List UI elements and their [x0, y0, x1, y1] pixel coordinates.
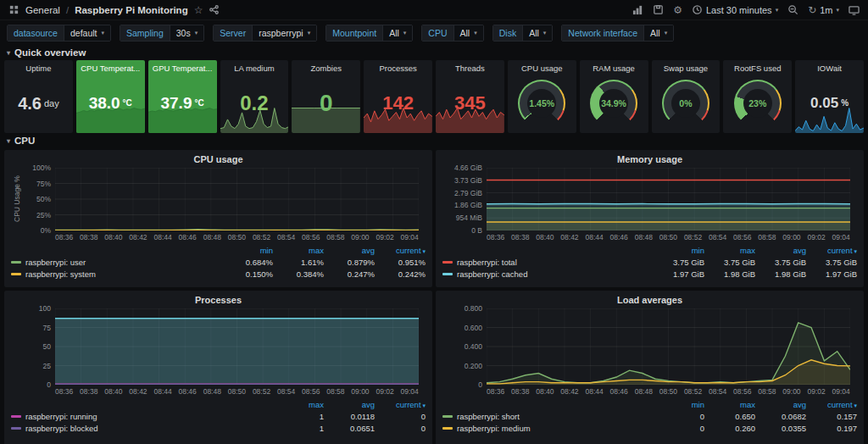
legend-column-max[interactable]: max — [704, 400, 755, 409]
breadcrumb-separator: / — [66, 5, 69, 15]
breadcrumb-section[interactable]: General — [25, 5, 60, 15]
settings-gear-icon[interactable]: ⚙ — [673, 5, 682, 15]
stat-panel-threads: Threads345 — [436, 60, 504, 133]
row-title: CPU — [14, 136, 35, 146]
variable-value-dropdown[interactable]: All▾ — [523, 25, 552, 41]
variable-label: Disk — [493, 25, 523, 41]
variable-label: Sampling — [120, 25, 170, 41]
row-header-cpu[interactable]: ▾ CPU — [0, 133, 868, 147]
dashboard-title[interactable]: Raspberry Pi Monitoring — [75, 5, 188, 15]
panel-title[interactable]: Load averages — [442, 291, 857, 308]
legend-column-max[interactable]: max — [273, 246, 324, 255]
legend-column-current[interactable]: current ▾ — [806, 246, 857, 255]
legend-value: 0.684% — [222, 258, 273, 267]
add-panel-icon[interactable] — [632, 4, 643, 15]
x-tick-label: 08:48 — [203, 233, 221, 241]
row-header-quick-overview[interactable]: ▾ Quick overview — [0, 45, 868, 59]
variable-value-dropdown[interactable]: default▾ — [64, 25, 110, 41]
legend-column-avg[interactable]: avg — [755, 246, 806, 255]
legend-series-name[interactable]: raspberrypi: system — [25, 269, 96, 279]
panel-title[interactable]: CPU usage — [11, 150, 426, 168]
legend-column-current[interactable]: current ▾ — [375, 400, 426, 409]
series-color-icon — [442, 261, 453, 264]
panel-title[interactable]: IOWait — [795, 60, 864, 73]
panel-title[interactable]: LA medium — [220, 60, 289, 73]
share-icon[interactable] — [209, 4, 220, 15]
stat-value: 0% — [679, 98, 692, 108]
refresh-picker[interactable]: ↻ 1m ▾ — [808, 5, 839, 15]
variable-value-dropdown[interactable]: All▾ — [454, 25, 483, 41]
panel-title[interactable]: Memory usage — [442, 150, 857, 168]
variable-value-dropdown[interactable]: All▾ — [644, 25, 673, 41]
variable-value-dropdown[interactable]: raspberrypi▾ — [253, 25, 316, 41]
legend-column-max[interactable]: max — [704, 246, 755, 255]
variable-datasource: datasourcedefault▾ — [7, 25, 111, 42]
chevron-down-icon: ▾ — [836, 7, 839, 14]
clock-icon — [692, 4, 703, 15]
y-tick-label: 50 — [14, 343, 51, 351]
chevron-down-icon: ▾ — [195, 30, 198, 36]
variable-label: Network interface — [562, 25, 644, 41]
legend-value: 1.98 GiB — [704, 269, 755, 279]
panel-memory-usage: Memory usage4.66 GiB3.73 GiB2.79 GiB1.86… — [436, 150, 864, 287]
x-tick-label: 08:44 — [153, 387, 171, 396]
tv-mode-icon[interactable] — [849, 4, 860, 15]
legend-series-name[interactable]: raspberrypi: short — [457, 412, 520, 421]
panel-title[interactable]: Threads — [436, 60, 504, 73]
legend-value: 3.75 GiB — [654, 258, 704, 267]
legend-series-name[interactable]: raspberrypi: running — [25, 412, 97, 421]
time-range-picker[interactable]: Last 30 minutes ▾ — [692, 4, 778, 15]
panel-title[interactable]: GPU Temperat... — [148, 60, 217, 73]
legend-column-avg[interactable]: avg — [324, 246, 375, 255]
x-tick-label: 08:44 — [153, 233, 171, 241]
x-tick-label: 08:50 — [228, 387, 246, 396]
legend-value: 0 — [375, 424, 426, 433]
x-tick-label: 08:42 — [129, 233, 147, 241]
legend-series-name[interactable]: raspberrypi: medium — [457, 424, 531, 433]
stat-panel-cpu-temperat: CPU Temperat...38.0°C — [76, 60, 145, 133]
stat-panel-zombies: Zombies0 — [292, 60, 360, 133]
plot-area[interactable] — [55, 168, 419, 230]
star-icon[interactable]: ☆ — [194, 5, 203, 15]
panel-title[interactable]: Processes — [364, 60, 432, 73]
legend-column-min[interactable]: min — [654, 246, 704, 255]
panel-title[interactable]: Processes — [11, 291, 426, 308]
y-tick-label: 0% — [14, 227, 51, 235]
legend-column-min[interactable]: min — [654, 400, 704, 409]
variable-value-dropdown[interactable]: All▾ — [383, 25, 412, 41]
panel-title[interactable]: RootFS used — [723, 60, 792, 73]
legend-series-name[interactable]: raspberrypi: total — [457, 258, 517, 267]
legend-series-name[interactable]: raspberrypi: cached — [457, 269, 527, 279]
plot-area[interactable] — [487, 168, 850, 230]
panel-title[interactable]: Zombies — [292, 60, 360, 73]
gauge-arc: 0% — [664, 81, 708, 125]
legend-column-avg[interactable]: avg — [324, 400, 375, 409]
legend-series-name[interactable]: raspberrypi: user — [25, 258, 86, 267]
plot-area[interactable] — [487, 308, 850, 385]
legend-column-current[interactable]: current ▾ — [806, 400, 857, 409]
variable-value-dropdown[interactable]: 30s▾ — [170, 25, 203, 41]
x-tick-label: 08:54 — [277, 387, 295, 396]
variable-label: datasource — [8, 25, 64, 41]
variable-mountpoint: MountpointAll▾ — [326, 25, 413, 42]
chevron-down-icon: ▾ — [7, 137, 10, 145]
x-tick-label: 08:40 — [104, 233, 122, 241]
panel-title[interactable]: Uptime — [4, 60, 73, 73]
zoom-out-icon[interactable] — [787, 4, 798, 15]
legend-column-max[interactable]: max — [273, 400, 324, 409]
x-tick-label: 09:02 — [376, 233, 393, 241]
plot-area[interactable] — [55, 308, 419, 385]
save-dashboard-icon[interactable] — [653, 4, 664, 15]
panel-title[interactable]: Swap usage — [652, 60, 721, 73]
apps-grid-icon[interactable] — [8, 4, 19, 15]
legend-column-current[interactable]: current ▾ — [375, 246, 426, 255]
panel-title[interactable]: CPU Temperat... — [76, 60, 145, 73]
panel-title[interactable]: RAM usage — [580, 60, 648, 73]
legend-value: 1.97 GiB — [806, 269, 857, 279]
x-tick-label: 08:46 — [610, 233, 628, 241]
panel-title[interactable]: CPU usage — [508, 60, 576, 73]
legend-series-name[interactable]: raspberrypi: blocked — [25, 424, 98, 433]
legend-column-avg[interactable]: avg — [755, 400, 806, 409]
legend-column-min[interactable]: min — [222, 246, 273, 255]
y-tick-label: 0.400 — [445, 343, 482, 351]
